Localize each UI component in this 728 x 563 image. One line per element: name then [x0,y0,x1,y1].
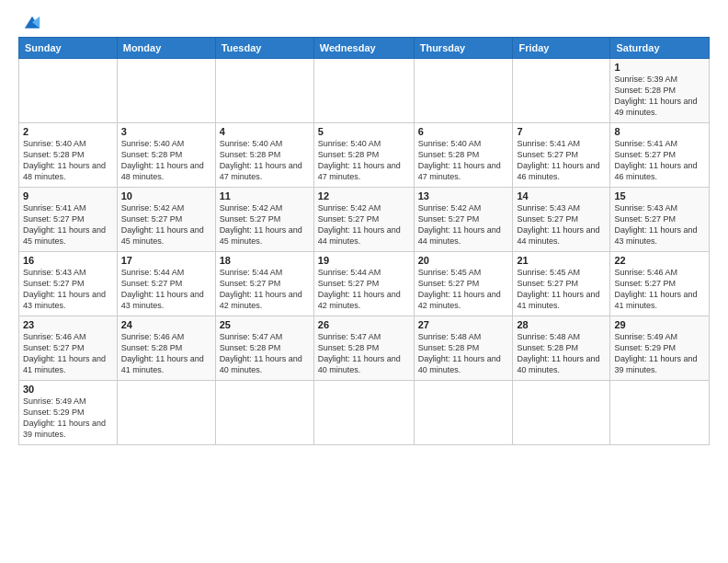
calendar-cell: 20Sunrise: 5:45 AM Sunset: 5:27 PM Dayli… [414,252,513,316]
day-number: 9 [23,190,113,201]
calendar-cell: 28Sunrise: 5:48 AM Sunset: 5:28 PM Dayli… [513,316,610,381]
day-info: Sunrise: 5:40 AM Sunset: 5:28 PM Dayligh… [220,138,310,183]
calendar-cell [215,381,313,445]
calendar-cell: 23Sunrise: 5:46 AM Sunset: 5:27 PM Dayli… [19,316,118,381]
day-number: 13 [418,190,509,201]
day-number: 27 [418,319,509,330]
calendar-week-4: 16Sunrise: 5:43 AM Sunset: 5:27 PM Dayli… [19,252,710,316]
calendar-cell: 29Sunrise: 5:49 AM Sunset: 5:29 PM Dayli… [610,316,710,381]
calendar-cell: 9Sunrise: 5:41 AM Sunset: 5:27 PM Daylig… [19,188,118,252]
day-info: Sunrise: 5:43 AM Sunset: 5:27 PM Dayligh… [614,202,705,247]
day-number: 4 [220,126,310,137]
day-info: Sunrise: 5:43 AM Sunset: 5:27 PM Dayligh… [517,202,606,247]
calendar-cell [313,59,414,123]
day-number: 21 [517,255,606,266]
calendar-week-5: 23Sunrise: 5:46 AM Sunset: 5:27 PM Dayli… [19,316,710,381]
day-info: Sunrise: 5:41 AM Sunset: 5:27 PM Dayligh… [517,138,606,183]
weekday-header-tuesday: Tuesday [215,38,313,59]
day-number: 14 [517,190,606,201]
day-number: 19 [318,255,410,266]
day-info: Sunrise: 5:41 AM Sunset: 5:27 PM Dayligh… [614,138,705,183]
calendar-cell: 3Sunrise: 5:40 AM Sunset: 5:28 PM Daylig… [117,123,215,188]
calendar-cell [414,381,513,445]
calendar-cell [215,59,313,123]
day-info: Sunrise: 5:40 AM Sunset: 5:28 PM Dayligh… [121,138,211,183]
day-number: 7 [517,126,606,137]
calendar-cell [610,381,710,445]
day-info: Sunrise: 5:49 AM Sunset: 5:29 PM Dayligh… [23,396,113,441]
calendar-week-1: 1Sunrise: 5:39 AM Sunset: 5:28 PM Daylig… [19,59,710,123]
calendar-cell: 24Sunrise: 5:46 AM Sunset: 5:28 PM Dayli… [117,316,215,381]
calendar-cell: 7Sunrise: 5:41 AM Sunset: 5:27 PM Daylig… [513,123,610,188]
day-number: 30 [23,384,113,395]
calendar-cell: 11Sunrise: 5:42 AM Sunset: 5:27 PM Dayli… [215,188,313,252]
calendar-week-6: 30Sunrise: 5:49 AM Sunset: 5:29 PM Dayli… [19,381,710,445]
day-number: 23 [23,319,113,330]
day-number: 16 [23,255,113,266]
day-info: Sunrise: 5:48 AM Sunset: 5:28 PM Dayligh… [517,331,606,376]
day-info: Sunrise: 5:47 AM Sunset: 5:28 PM Dayligh… [220,331,310,376]
day-info: Sunrise: 5:44 AM Sunset: 5:27 PM Dayligh… [220,267,310,312]
logo-text [18,15,43,31]
weekday-header-friday: Friday [513,38,610,59]
calendar-cell: 25Sunrise: 5:47 AM Sunset: 5:28 PM Dayli… [215,316,313,381]
calendar-cell: 14Sunrise: 5:43 AM Sunset: 5:27 PM Dayli… [513,188,610,252]
calendar-cell: 5Sunrise: 5:40 AM Sunset: 5:28 PM Daylig… [313,123,414,188]
day-number: 17 [121,255,211,266]
weekday-header-row: SundayMondayTuesdayWednesdayThursdayFrid… [19,38,710,59]
day-number: 10 [121,190,211,201]
calendar-week-2: 2Sunrise: 5:40 AM Sunset: 5:28 PM Daylig… [19,123,710,188]
weekday-header-thursday: Thursday [414,38,513,59]
weekday-header-saturday: Saturday [610,38,710,59]
day-info: Sunrise: 5:42 AM Sunset: 5:27 PM Dayligh… [220,202,310,247]
calendar-cell: 4Sunrise: 5:40 AM Sunset: 5:28 PM Daylig… [215,123,313,188]
day-info: Sunrise: 5:40 AM Sunset: 5:28 PM Dayligh… [418,138,509,183]
weekday-header-sunday: Sunday [19,38,118,59]
day-info: Sunrise: 5:40 AM Sunset: 5:28 PM Dayligh… [23,138,113,183]
page: SundayMondayTuesdayWednesdayThursdayFrid… [0,0,728,563]
day-info: Sunrise: 5:44 AM Sunset: 5:27 PM Dayligh… [121,267,211,312]
day-info: Sunrise: 5:42 AM Sunset: 5:27 PM Dayligh… [121,202,211,247]
header [18,15,710,31]
day-info: Sunrise: 5:46 AM Sunset: 5:27 PM Dayligh… [23,331,113,376]
day-info: Sunrise: 5:47 AM Sunset: 5:28 PM Dayligh… [318,331,410,376]
calendar-cell: 10Sunrise: 5:42 AM Sunset: 5:27 PM Dayli… [117,188,215,252]
day-number: 18 [220,255,310,266]
day-info: Sunrise: 5:49 AM Sunset: 5:29 PM Dayligh… [614,331,705,376]
calendar-cell: 17Sunrise: 5:44 AM Sunset: 5:27 PM Dayli… [117,252,215,316]
day-number: 28 [517,319,606,330]
day-number: 6 [418,126,509,137]
day-number: 26 [318,319,410,330]
day-number: 12 [318,190,410,201]
day-info: Sunrise: 5:46 AM Sunset: 5:27 PM Dayligh… [614,267,705,312]
calendar-cell: 16Sunrise: 5:43 AM Sunset: 5:27 PM Dayli… [19,252,118,316]
day-info: Sunrise: 5:45 AM Sunset: 5:27 PM Dayligh… [418,267,509,312]
calendar-cell [313,381,414,445]
day-info: Sunrise: 5:42 AM Sunset: 5:27 PM Dayligh… [418,202,509,247]
calendar-cell: 2Sunrise: 5:40 AM Sunset: 5:28 PM Daylig… [19,123,118,188]
day-number: 11 [220,190,310,201]
calendar-table: SundayMondayTuesdayWednesdayThursdayFrid… [18,37,710,445]
calendar-cell: 19Sunrise: 5:44 AM Sunset: 5:27 PM Dayli… [313,252,414,316]
calendar-cell: 8Sunrise: 5:41 AM Sunset: 5:27 PM Daylig… [610,123,710,188]
calendar-cell [513,59,610,123]
calendar-cell [19,59,118,123]
day-number: 20 [418,255,509,266]
calendar-cell: 1Sunrise: 5:39 AM Sunset: 5:28 PM Daylig… [610,59,710,123]
day-number: 2 [23,126,113,137]
calendar-cell: 26Sunrise: 5:47 AM Sunset: 5:28 PM Dayli… [313,316,414,381]
calendar-cell: 22Sunrise: 5:46 AM Sunset: 5:27 PM Dayli… [610,252,710,316]
day-number: 3 [121,126,211,137]
calendar-cell [414,59,513,123]
logo-icon [21,15,43,31]
calendar-cell: 13Sunrise: 5:42 AM Sunset: 5:27 PM Dayli… [414,188,513,252]
weekday-header-wednesday: Wednesday [313,38,414,59]
calendar-cell: 30Sunrise: 5:49 AM Sunset: 5:29 PM Dayli… [19,381,118,445]
day-info: Sunrise: 5:46 AM Sunset: 5:28 PM Dayligh… [121,331,211,376]
day-info: Sunrise: 5:48 AM Sunset: 5:28 PM Dayligh… [418,331,509,376]
calendar-cell: 18Sunrise: 5:44 AM Sunset: 5:27 PM Dayli… [215,252,313,316]
day-info: Sunrise: 5:42 AM Sunset: 5:27 PM Dayligh… [318,202,410,247]
day-number: 5 [318,126,410,137]
day-number: 25 [220,319,310,330]
day-number: 29 [614,319,705,330]
